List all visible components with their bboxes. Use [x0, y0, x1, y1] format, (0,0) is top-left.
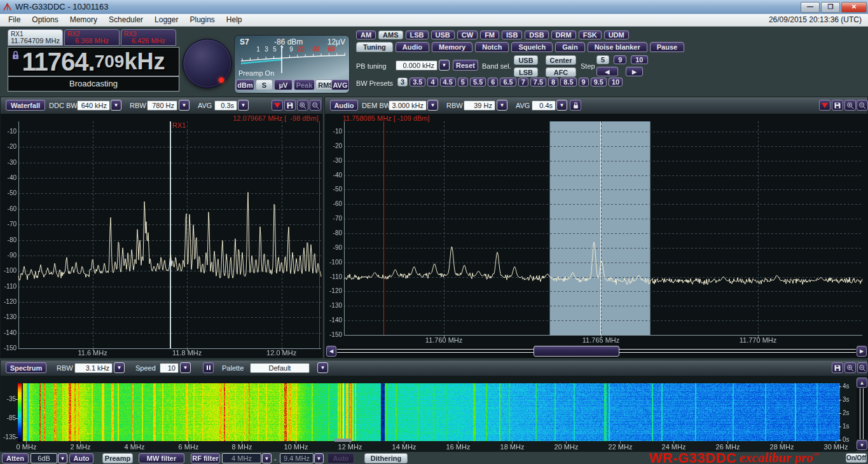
- dem-lock-button[interactable]: [570, 100, 581, 111]
- waterfall-view-button[interactable]: Waterfall: [6, 100, 45, 111]
- smeter-mode-µv[interactable]: µV: [274, 79, 293, 90]
- wf-palette-field[interactable]: Default: [250, 363, 310, 373]
- reset-button[interactable]: Reset: [453, 60, 478, 71]
- dem-marker-button[interactable]: [819, 100, 830, 111]
- mode-button-dsb[interactable]: DSB: [525, 31, 548, 39]
- bw-preset-7[interactable]: 7: [518, 78, 528, 86]
- dem-bw-dropdown[interactable]: ▼: [427, 100, 438, 111]
- wf-speed-dropdown[interactable]: ▼: [180, 362, 191, 373]
- dithering-button[interactable]: Dithering: [364, 453, 408, 463]
- bw-preset-9[interactable]: 9: [579, 78, 589, 86]
- band-usb-button[interactable]: USB: [514, 55, 538, 65]
- step-down-button[interactable]: ◀: [596, 67, 618, 76]
- rf-low-field[interactable]: 4 MHz: [222, 453, 261, 463]
- tuning-knob[interactable]: [183, 39, 232, 88]
- menu-scheduler[interactable]: Scheduler: [103, 14, 149, 26]
- menu-options[interactable]: Options: [26, 14, 64, 26]
- spectrum-view-button[interactable]: Spectrum: [6, 362, 46, 373]
- bw-preset-6-5[interactable]: 6.5: [500, 78, 516, 86]
- bw-preset-4-5[interactable]: 4.5: [440, 78, 456, 86]
- pb-tuning-dropdown[interactable]: ▼: [439, 60, 450, 71]
- ddc-marker-button[interactable]: [272, 100, 283, 111]
- mode-button-fm[interactable]: FM: [480, 31, 499, 39]
- waterfall-canvas[interactable]: [1, 377, 856, 452]
- step-button-10[interactable]: 10: [631, 55, 647, 64]
- wf-rbw-field[interactable]: 3.1 kHz: [74, 363, 113, 373]
- step-button-5[interactable]: 5: [596, 55, 609, 64]
- pb-tuning-field[interactable]: 0.000 kHz: [396, 60, 437, 71]
- minimize-button[interactable]: —: [801, 2, 820, 13]
- demod-spectrum-canvas[interactable]: [325, 114, 868, 344]
- mode-button-drm[interactable]: DRM: [551, 31, 576, 39]
- ddc-save-button[interactable]: [284, 100, 296, 111]
- preamp-button[interactable]: Preamp: [102, 453, 133, 463]
- vscroll-down-button[interactable]: ▼: [857, 440, 867, 450]
- smeter-mode-dbm[interactable]: dBm: [236, 79, 254, 90]
- atten-auto-button[interactable]: Auto: [69, 453, 93, 463]
- ddc-zoom-in-button[interactable]: [297, 100, 308, 111]
- bw-preset-7-5[interactable]: 7.5: [530, 78, 546, 86]
- menu-memory[interactable]: Memory: [64, 14, 103, 26]
- audio-view-button[interactable]: Audio: [330, 100, 358, 111]
- menu-plugins[interactable]: Plugins: [184, 14, 220, 26]
- hscroll-right-button[interactable]: ▶: [857, 346, 867, 357]
- bw-preset-3-5[interactable]: 3.5: [410, 78, 425, 86]
- vscroll-track[interactable]: [857, 388, 867, 439]
- demod-tab-noise-blanker[interactable]: Noise blanker: [588, 42, 647, 52]
- rf-low-dropdown[interactable]: ▼: [262, 453, 272, 463]
- mode-button-isb[interactable]: ISB: [502, 31, 522, 39]
- hscroll-track[interactable]: [337, 346, 856, 357]
- center-button[interactable]: Center: [546, 55, 576, 65]
- vscroll-up-button[interactable]: ▲: [857, 378, 867, 388]
- hscroll-left-button[interactable]: ◀: [326, 346, 336, 357]
- bw-preset-10[interactable]: 10: [609, 78, 623, 86]
- mode-button-usb[interactable]: USB: [431, 31, 455, 39]
- atten-value-field[interactable]: 6dB: [31, 453, 57, 463]
- smeter-mode-avg[interactable]: AVG: [331, 79, 349, 90]
- demod-tab-tuning[interactable]: Tuning: [356, 42, 393, 52]
- dem-rbw-dropdown[interactable]: ▼: [497, 100, 507, 111]
- rf-high-field[interactable]: 9.4 MHz: [280, 453, 313, 463]
- ddc-bw-dropdown[interactable]: ▼: [111, 100, 121, 111]
- ddc-avg-dropdown[interactable]: ▼: [238, 100, 249, 111]
- menu-logger[interactable]: Logger: [149, 14, 184, 26]
- wf-pause-button[interactable]: [203, 362, 214, 373]
- band-lsb-button[interactable]: LSB: [514, 67, 538, 77]
- rx2-tab[interactable]: RX2 6.368 MHz: [64, 29, 120, 46]
- ddc-bw-field[interactable]: 640 kHz: [77, 100, 110, 111]
- dem-bw-field[interactable]: 3.000 kHz: [389, 100, 427, 111]
- dem-zoom-out-button[interactable]: [857, 100, 868, 111]
- rf-filter-button[interactable]: RF filter: [191, 453, 220, 463]
- mode-button-am[interactable]: AM: [356, 31, 376, 39]
- smeter-mode-s[interactable]: S: [256, 79, 273, 90]
- dem-save-button[interactable]: [832, 100, 843, 111]
- onoff-button[interactable]: On/Off: [846, 453, 867, 463]
- dem-rbw-field[interactable]: 39 Hz: [464, 100, 495, 111]
- close-button[interactable]: ✕: [841, 2, 867, 13]
- wf-save-button[interactable]: [832, 362, 843, 373]
- menu-help[interactable]: Help: [221, 14, 248, 26]
- dem-zoom-in-button[interactable]: [844, 100, 856, 111]
- demod-tab-squelch[interactable]: Squelch: [511, 42, 553, 52]
- wf-palette-dropdown[interactable]: ▼: [317, 362, 328, 373]
- wf-zoom-out-button[interactable]: [857, 362, 867, 373]
- bw-preset-4[interactable]: 4: [427, 78, 437, 86]
- step-button-9[interactable]: 9: [614, 55, 626, 64]
- ddc-rbw-field[interactable]: 780 Hz: [147, 100, 177, 111]
- rx1-tab[interactable]: RX1 11.764709 MHz: [8, 29, 63, 46]
- afc-button[interactable]: AFC: [546, 67, 576, 77]
- rf-high-dropdown[interactable]: ▼: [314, 453, 324, 463]
- mode-button-lsb[interactable]: LSB: [406, 31, 429, 39]
- atten-dropdown[interactable]: ▼: [58, 453, 67, 463]
- bw-preset-9-5[interactable]: 9.5: [591, 78, 607, 86]
- mw-filter-button[interactable]: MW filter: [139, 453, 184, 463]
- menu-file[interactable]: File: [3, 14, 26, 26]
- mode-button-fsk[interactable]: FSK: [579, 31, 602, 39]
- demod-tab-audio[interactable]: Audio: [396, 42, 429, 52]
- rx3-tab[interactable]: RX3 6.426 MHz: [121, 29, 176, 46]
- step-up-button[interactable]: ▶: [626, 67, 643, 76]
- bw-preset-3[interactable]: 3: [397, 78, 408, 86]
- bw-preset-6[interactable]: 6: [488, 78, 498, 86]
- dem-avg-dropdown[interactable]: ▼: [556, 100, 567, 111]
- restore-button[interactable]: ❐: [821, 2, 840, 13]
